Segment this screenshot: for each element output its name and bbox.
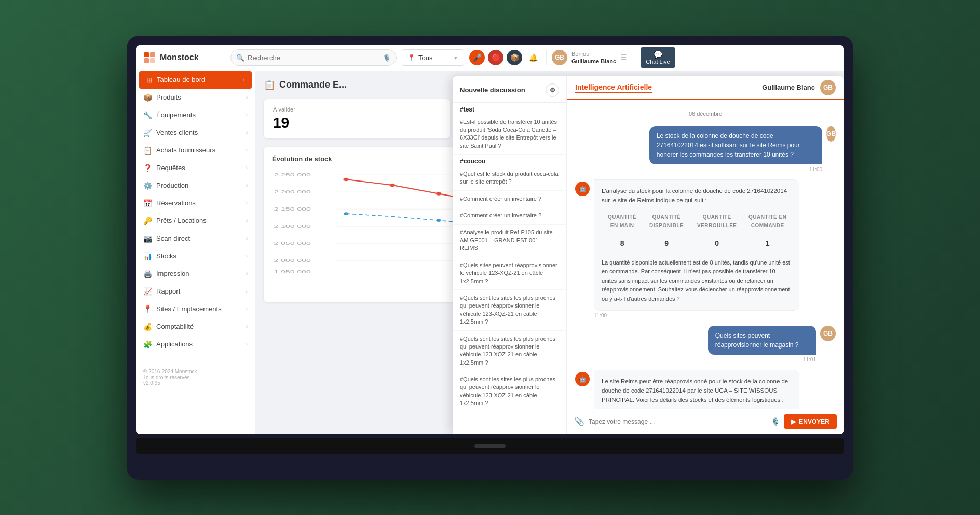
- sidebar-item-equipements[interactable]: 🔧 Équipements ›: [136, 106, 255, 124]
- menu-icon[interactable]: ☰: [620, 53, 627, 62]
- cell-qty-cmd: 1: [743, 233, 792, 254]
- col-header-qty-verr: QUANTITÉ VERROUILLÉE: [690, 210, 743, 233]
- svg-rect-1: [150, 52, 155, 57]
- sidebar-label-stocks: Stocks: [156, 252, 176, 260]
- sidebar-icon-achats: 📋: [143, 146, 152, 155]
- topbar-icons: 🎤 🔴 📦 🔔: [469, 50, 541, 65]
- chevron-icon-comptabilite: ›: [246, 324, 248, 329]
- sidebar-label-comptabilite: Comptabilité: [156, 323, 194, 330]
- bot-1-conclusion: La quantité disponible actuellement est …: [602, 258, 792, 304]
- app-name: Monstock: [160, 53, 199, 62]
- chat-live-label: Chat Live: [646, 59, 670, 65]
- svg-point-17: [343, 177, 349, 181]
- chevron-icon-sites: ›: [246, 306, 248, 312]
- sidebar-label-scan: Scan direct: [156, 234, 190, 242]
- location-select[interactable]: 📍 Tous ▼: [402, 49, 464, 66]
- sidebar-item-ventes-clients[interactable]: 🛒 Ventes clients ›: [136, 124, 255, 142]
- chat-messages: 06 décembre Le stock de la colonne de do…: [567, 100, 844, 409]
- sidebar-item-sites[interactable]: 📍 Sites / Emplacements ›: [136, 300, 255, 318]
- search-input[interactable]: [248, 54, 379, 62]
- chat-history-item-8[interactable]: #Quels sont les sites les plus proches q…: [453, 331, 566, 372]
- svg-rect-3: [150, 58, 155, 63]
- sidebar-item-production[interactable]: ⚙️ Production ›: [136, 177, 255, 194]
- sidebar-label-sites: Sites / Emplacements: [156, 305, 222, 313]
- chevron-icon-production: ›: [246, 183, 248, 188]
- sidebar-item-prets[interactable]: 🔑 Prêts / Locations ›: [136, 212, 255, 230]
- chevron-icon-applications: ›: [246, 341, 248, 347]
- chat-history-item-2[interactable]: #Quel est le stock du produit coca-cola …: [453, 166, 566, 191]
- col-header-qty-main: QUANTITÉ EN MAIN: [602, 210, 643, 233]
- chat-history-header: Nouvelle discussion ⚙: [453, 76, 566, 103]
- sidebar-item-applications[interactable]: 🧩 Applications ›: [136, 336, 255, 353]
- send-button[interactable]: ▶ ENVOYER: [784, 414, 837, 429]
- chat-history-item-4[interactable]: #Comment créer un inventaire ?: [453, 207, 566, 224]
- chat-message-input[interactable]: [589, 418, 767, 425]
- svg-text:2 150 000: 2 150 000: [274, 206, 311, 212]
- chat-history-item-1[interactable]: #Est-il possible de transférer 10 unités…: [453, 114, 566, 155]
- logo-area: Monstock: [142, 50, 225, 65]
- icon-btn-orange1[interactable]: 🎤: [469, 50, 485, 65]
- card-label-valider: À valider: [273, 106, 441, 113]
- date-separator: 06 décembre: [575, 108, 836, 119]
- attach-icon[interactable]: 📎: [574, 416, 584, 426]
- logo-icon: [142, 50, 157, 65]
- sidebar-item-stocks[interactable]: 📊 Stocks ›: [136, 247, 255, 265]
- icon-btn-dark[interactable]: 📦: [507, 50, 522, 65]
- sidebar-label-prets: Prêts / Locations: [156, 217, 207, 225]
- search-bar[interactable]: 🔍 🎙️: [230, 49, 397, 66]
- msg-user-1-text: Le stock de la colonne de douche de code…: [649, 126, 822, 164]
- sidebar-label-reservations: Réservations: [156, 199, 196, 207]
- chat-history-item-9[interactable]: #Quels sont les sites les plus proches q…: [453, 371, 566, 412]
- sidebar-item-comptabilite[interactable]: 💰 Comptabilité ›: [136, 318, 255, 336]
- mic-icon: 🎙️: [383, 54, 391, 62]
- chat-history-item-5[interactable]: #Analyse le produit Ref-P105 du site AM …: [453, 225, 566, 257]
- icon-btn-red[interactable]: 🔴: [488, 50, 503, 65]
- bot-1-intro: L'analyse du stock pour la colonne de do…: [602, 186, 792, 205]
- sidebar-item-reservations[interactable]: 📅 Réservations ›: [136, 194, 255, 212]
- chat-tag-test: #test: [453, 103, 566, 114]
- sidebar-icon-sites: 📍: [143, 305, 152, 313]
- svg-rect-2: [144, 58, 149, 63]
- cell-qty-main: 8: [602, 233, 643, 254]
- sidebar-item-requetes[interactable]: ❓ Requêtes ›: [136, 159, 255, 177]
- sidebar-label-produits: Produits: [156, 93, 181, 101]
- sidebar-icon-scan: 📷: [143, 234, 152, 243]
- chat-history-item-6[interactable]: #Quels sites peuvent réapprovisionner le…: [453, 257, 566, 290]
- sidebar-item-rapport[interactable]: 📈 Rapport ›: [136, 283, 255, 300]
- notification-icon[interactable]: 🔔: [525, 50, 541, 65]
- new-discussion-label: Nouvelle discussion: [460, 86, 525, 94]
- sidebar-icon-comptabilite: 💰: [143, 323, 152, 331]
- chat-user-avatar: GB: [820, 80, 836, 95]
- svg-point-26: [437, 219, 441, 222]
- sidebar-icon-equipements: 🔧: [143, 111, 152, 119]
- stock-table: QUANTITÉ EN MAIN QUANTITÉ DISPONIBLE QUA…: [602, 210, 792, 254]
- ai-tab[interactable]: Intelligence Artificielle: [575, 83, 652, 93]
- sidebar-icon-ventes: 🛒: [143, 129, 152, 137]
- sidebar-label-rapport: Rapport: [156, 287, 180, 295]
- svg-point-25: [344, 212, 348, 215]
- sidebar-label-equipements: Équipements: [156, 111, 196, 119]
- sidebar-icon-reservations: 📅: [143, 199, 152, 207]
- chevron-icon-reservations: ›: [246, 200, 248, 206]
- sidebar-label-production: Production: [156, 182, 188, 189]
- chat-history-item-3[interactable]: #Comment créer un inventaire ?: [453, 191, 566, 207]
- mic-icon-chat[interactable]: 🎙️: [771, 417, 780, 426]
- chat-history: Nouvelle discussion ⚙ #test #Est-il poss…: [453, 76, 567, 434]
- chevron-icon-ventes: ›: [246, 130, 248, 135]
- chat-topbar: Intelligence Artificielle Guillaume Blan…: [567, 76, 844, 100]
- sidebar-item-impression[interactable]: 🖨️ Impression ›: [136, 265, 255, 283]
- new-chat-button[interactable]: ⚙: [546, 83, 559, 97]
- sidebar-icon-tableau-bord: ⊞: [146, 76, 153, 84]
- card-value-valider: 19: [273, 115, 441, 131]
- sidebar-item-tableau-bord[interactable]: ⊞ Tableau de bord ›: [139, 71, 252, 89]
- sidebar-item-scan[interactable]: 📷 Scan direct ›: [136, 230, 255, 247]
- sidebar-item-produits[interactable]: 📦 Produits ›: [136, 89, 255, 106]
- chat-history-item-7[interactable]: #Quels sont les sites les plus proches q…: [453, 290, 566, 331]
- chat-user-name: Guillaume Blanc: [762, 83, 815, 91]
- svg-text:1 950 000: 1 950 000: [274, 269, 311, 274]
- topbar: Monstock 🔍 🎙️ 📍 Tous ▼ 🎤 🔴 📦 🔔 GB: [136, 45, 844, 71]
- page-header-icon: 📋: [264, 79, 275, 91]
- chat-live-button[interactable]: 💬 Chat Live: [641, 47, 675, 68]
- sidebar-item-achats[interactable]: 📋 Achats fournisseurs ›: [136, 142, 255, 159]
- svg-text:2 250 000: 2 250 000: [274, 172, 311, 177]
